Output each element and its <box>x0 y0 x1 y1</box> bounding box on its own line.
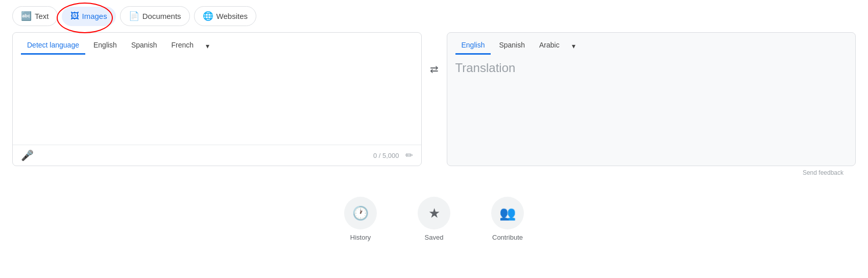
contribute-icon-circle: 👥 <box>491 197 524 229</box>
chevron-down-icon: ▾ <box>206 42 209 50</box>
char-count: 0 / 5,000 <box>373 152 399 159</box>
panels-wrapper: Detect language English Spanish French ▾ <box>12 32 856 166</box>
source-footer: 🎤 0 / 5,000 ✏ <box>13 145 421 166</box>
history-icon-circle: 🕐 <box>344 197 377 229</box>
target-lang-english-label: English <box>462 41 485 49</box>
toolbar: 🔤 Text 🖼 Images 📄 Documents 🌐 Websites <box>0 0 868 32</box>
history-label: History <box>350 234 371 241</box>
tab-websites-label: Websites <box>216 12 248 20</box>
source-lang-detect[interactable]: Detect language <box>21 37 85 55</box>
swap-button[interactable]: ⇄ <box>426 59 443 79</box>
target-lang-spanish-label: Spanish <box>499 41 525 49</box>
source-lang-tabs: Detect language English Spanish French ▾ <box>13 33 421 55</box>
edit-icon[interactable]: ✏ <box>405 150 413 161</box>
translation-container: Detect language English Spanish French ▾ <box>0 32 868 176</box>
saved-item[interactable]: ★ Saved <box>418 197 450 241</box>
saved-icon: ★ <box>428 205 440 221</box>
text-icon: 🔤 <box>21 11 32 21</box>
source-textarea-wrapper <box>13 55 421 145</box>
target-lang-more[interactable]: ▾ <box>568 38 580 54</box>
documents-icon: 📄 <box>129 11 139 21</box>
source-input[interactable] <box>21 61 413 122</box>
source-lang-more[interactable]: ▾ <box>202 38 213 54</box>
target-lang-spanish[interactable]: Spanish <box>493 37 531 55</box>
bottom-section: 🕐 History ★ Saved 👥 Contribute <box>0 197 868 253</box>
contribute-label: Contribute <box>492 234 523 241</box>
tab-text-label: Text <box>35 12 49 20</box>
swap-area: ⇄ <box>422 32 447 166</box>
contribute-item[interactable]: 👥 Contribute <box>491 197 524 241</box>
tab-images[interactable]: 🖼 Images <box>62 7 116 26</box>
tab-documents[interactable]: 📄 Documents <box>120 6 190 26</box>
target-lang-arabic[interactable]: Arabic <box>533 37 566 55</box>
target-textarea-wrapper: Translation <box>447 55 856 166</box>
saved-label: Saved <box>425 234 444 241</box>
tab-text[interactable]: 🔤 Text <box>12 6 58 26</box>
send-feedback-link[interactable]: Send feedback <box>803 169 843 176</box>
target-lang-english[interactable]: English <box>455 37 491 55</box>
history-icon: 🕐 <box>352 205 369 221</box>
source-footer-right: 0 / 5,000 ✏ <box>373 150 413 161</box>
history-item[interactable]: 🕐 History <box>344 197 377 241</box>
target-chevron-down-icon: ▾ <box>572 42 575 50</box>
images-icon: 🖼 <box>70 11 79 21</box>
target-panel: English Spanish Arabic ▾ Translation <box>447 32 856 166</box>
target-lang-arabic-label: Arabic <box>539 41 560 49</box>
tab-websites[interactable]: 🌐 Websites <box>194 6 256 26</box>
contribute-icon: 👥 <box>499 205 516 221</box>
images-tab-wrapper: 🖼 Images <box>62 7 116 26</box>
translation-placeholder: Translation <box>455 61 516 75</box>
saved-icon-circle: ★ <box>418 197 450 229</box>
tab-images-label: Images <box>82 12 107 20</box>
source-panel: Detect language English Spanish French ▾ <box>12 32 422 166</box>
source-lang-french-label: French <box>171 41 194 49</box>
mic-icon[interactable]: 🎤 <box>21 149 34 161</box>
tab-documents-label: Documents <box>142 12 181 20</box>
target-lang-tabs: English Spanish Arabic ▾ <box>447 33 856 55</box>
source-lang-spanish[interactable]: Spanish <box>125 37 163 55</box>
source-lang-english[interactable]: English <box>87 37 123 55</box>
swap-icon: ⇄ <box>430 63 439 75</box>
source-lang-detect-label: Detect language <box>27 41 79 49</box>
source-lang-spanish-label: Spanish <box>131 41 157 49</box>
source-lang-french[interactable]: French <box>165 37 200 55</box>
source-lang-english-label: English <box>93 41 117 49</box>
websites-icon: 🌐 <box>203 11 213 21</box>
send-feedback-row: Send feedback <box>12 166 856 176</box>
